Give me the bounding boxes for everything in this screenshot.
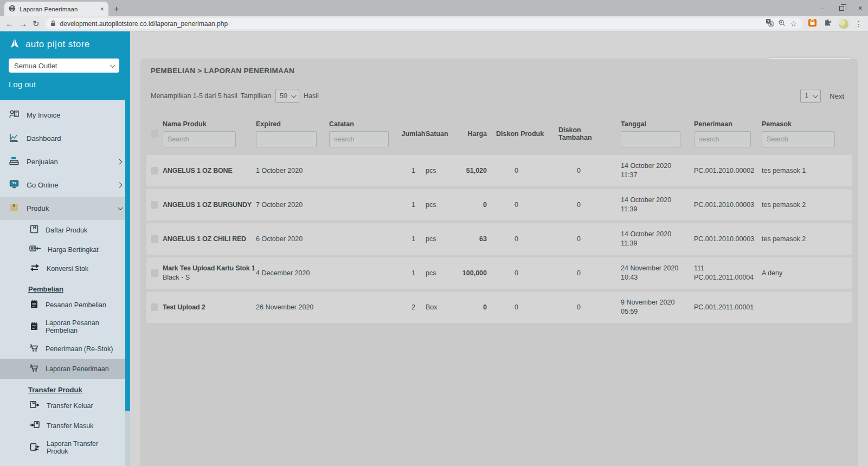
sidebar-item-my-invoice[interactable]: My Invoice [0,103,130,127]
row-checkbox[interactable] [151,167,158,174]
content-card: PEMBELIAN > LAPORAN PENERIMAAN Menampilk… [140,59,858,466]
catatan-search-input[interactable] [329,131,389,147]
penerimaan-search-input[interactable] [694,131,751,147]
zoom-icon[interactable] [778,19,786,29]
svg-text:RP: RP [31,247,36,250]
address-bar[interactable]: development.autopilotstore.co.id/laporan… [45,18,802,29]
back-button[interactable]: ← [5,20,14,28]
select-all-checkbox[interactable] [151,130,158,138]
sidebar-item-laporan-transfer-produk[interactable]: Laporan Transfer Produk [0,436,130,459]
penerimaan-cell: PC.001.2010.00002 [686,166,754,176]
sidebar-item-laporan-penerimaan[interactable]: Laporan Penerimaan [0,359,130,379]
table-row[interactable]: ANGELUS 1 OZ BURGUNDY 7 October 2020 1 p… [146,189,852,221]
table-row[interactable]: ANGELUS 1 OZ BONE 1 October 2020 1 pcs 5… [146,155,852,186]
row-checkbox[interactable] [151,235,158,243]
extensions-puzzle-icon[interactable] [824,18,832,29]
product-name: Mark Tes Upload Kartu Stok 1 [163,264,256,273]
table-row[interactable]: Test Upload 2 26 November 2020 2 Box 0 0… [146,292,852,323]
sidebar-scrollbar-thumb[interactable] [125,100,130,411]
sidebar-item-go-online[interactable]: Go Online [0,173,130,197]
row-checkbox[interactable] [151,269,158,277]
page-size-select[interactable]: 50 [275,89,299,103]
sidebar-item-penerimaan-restok[interactable]: Penerimaan (Re-Stok) [0,339,130,359]
logout-link[interactable]: Log out [9,80,121,89]
sidebar-item-pesanan-pembelian[interactable]: Pesanan Pembelian [0,295,130,315]
outlet-select[interactable]: Semua Outlet [9,59,119,73]
browser-tab[interactable]: Laporan Penerimaan × [4,2,108,16]
results-table: Nama Produk Expired Catatan Jumlah Satua… [146,115,852,323]
bookmark-star-icon[interactable]: ☆ [790,20,797,28]
diskon-produk-cell: 0 [488,269,545,278]
profile-avatar[interactable] [839,19,848,29]
tab-close-icon[interactable]: × [100,5,104,13]
pemasok-cell: tes pemasok 1 [754,166,852,176]
sidebar-item-daftar-produk[interactable]: Daftar Produk [0,220,130,240]
harga-cell: 0 [457,303,488,312]
col-nama-produk: Nama Produk [163,120,256,128]
pemasok-search-input[interactable] [762,131,835,147]
reload-button[interactable]: ↻ [33,20,40,28]
tanggal-cell: 14 October 202011:39 [613,196,686,214]
expired-cell: 26 November 2020 [256,303,329,312]
cash-register-icon [9,156,20,168]
satuan-cell: pcs [426,200,457,210]
window-restore-button[interactable] [839,4,844,12]
pemasok-cell: tes pemasok 2 [754,200,852,210]
tab-title: Laporan Penerimaan [20,6,96,12]
table-row[interactable]: ANGELUS 1 OZ CHILI RED 6 October 2020 1 … [146,223,852,255]
sidebar-item-harga-bertingkat[interactable]: RP Harga Bertingkat [0,240,130,259]
pemasok-cell: A deny [754,269,852,278]
sidebar-item-transfer-masuk[interactable]: Transfer Masuk [0,416,130,436]
satuan-cell: pcs [426,269,457,278]
col-tanggal: Tanggal [621,120,686,128]
sidebar: auto pi|ot store Semua Outlet Log out My… [0,31,130,466]
forward-button[interactable]: → [19,20,27,28]
sidebar-menu: My Invoice Dashboard Penjualan Go Onli [0,100,130,459]
section-title-pembelian: Pembelian [28,285,130,293]
col-jumlah: Jumlah [401,130,426,138]
satuan-cell: pcs [426,166,457,176]
chevron-down-icon [118,205,123,210]
nama-produk-search-input[interactable] [163,131,236,147]
showing-results-text: Menampilkan 1-5 dari 5 hasil [151,92,237,100]
sidebar-item-konversi-stok[interactable]: Konversi Stok [0,259,130,278]
sidebar-item-dashboard[interactable]: Dashboard [0,127,130,150]
sidebar-item-penjualan[interactable]: Penjualan [0,150,130,173]
diskon-produk-cell: 0 [488,303,545,312]
diskon-produk-cell: 0 [488,235,545,244]
box-arrow-out-icon [29,400,40,411]
tanggal-filter-input[interactable] [621,131,680,147]
window-close-button[interactable]: × [858,4,863,12]
next-page-link[interactable]: Next [830,92,844,100]
diskon-tambahan-cell: 0 [545,200,613,210]
tanggal-cell: 9 November 202005:59 [613,298,686,316]
notepad-icon [29,299,39,310]
page-number-select[interactable]: 1 [800,89,821,103]
row-checkbox[interactable] [151,201,158,209]
penerimaan-cell: PC.001.2011.00001 [686,303,754,312]
expired-cell: 4 December 2020 [256,269,329,278]
shop-extension-icon[interactable] [808,18,817,29]
col-expired: Expired [256,120,329,128]
url-text: development.autopilotstore.co.id/laporan… [60,20,228,28]
translate-icon[interactable] [766,18,774,29]
row-checkbox[interactable] [151,303,158,311]
arrow-into-box-icon [29,420,40,431]
table-header: Nama Produk Expired Catatan Jumlah Satua… [146,115,852,155]
notepad-transfer-icon [29,442,40,454]
expired-cell: 6 October 2020 [256,235,329,244]
expired-filter-input[interactable] [256,131,317,147]
sidebar-item-transfer-keluar[interactable]: Transfer Keluar [0,396,130,416]
jumlah-cell: 1 [401,235,426,244]
product-name: Test Upload 2 [163,303,256,312]
browser-toolbar: ← → ↻ development.autopilotstore.co.id/l… [0,16,868,31]
window-minimize-button[interactable]: – [821,4,825,12]
new-tab-button[interactable]: + [114,4,119,15]
sidebar-item-produk[interactable]: Produk [0,197,130,220]
col-pemasok: Pemasok [762,120,852,128]
app-logo-text: auto pi|ot store [25,39,90,50]
browser-menu-icon[interactable]: ⋮ [855,20,863,28]
sidebar-scrollbar[interactable] [125,100,130,466]
sidebar-item-laporan-pesanan-pembelian[interactable]: Laporan Pesanan Pembelian [0,315,130,339]
table-row[interactable]: Mark Tes Upload Kartu Stok 1 Black - S 4… [146,257,852,289]
